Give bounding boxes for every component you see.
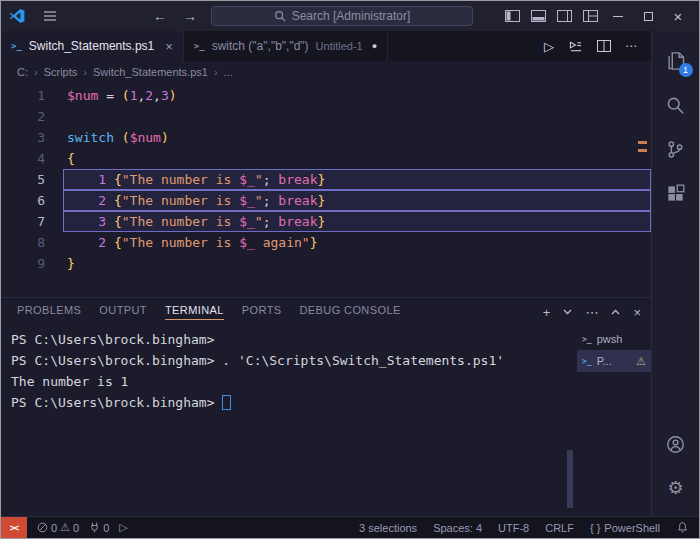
- panel-more-icon[interactable]: ⋯: [585, 305, 598, 320]
- notifications-bell-icon[interactable]: [676, 521, 689, 534]
- code-token: 3: [161, 88, 169, 103]
- code-token: 2: [145, 88, 153, 103]
- tab-switch-statements[interactable]: >_ Switch_Statements.ps1 ×: [1, 31, 184, 61]
- problems-status[interactable]: 0 ⚠ 0: [37, 521, 79, 534]
- selection-status[interactable]: 3 selections: [359, 522, 417, 534]
- unsaved-dot-icon[interactable]: ●: [372, 41, 377, 51]
- toggle-secondary-sidebar-icon[interactable]: [551, 3, 577, 29]
- terminal-list-item[interactable]: >_pwsh: [577, 328, 651, 350]
- panel-tab-output[interactable]: OUTPUT: [99, 304, 147, 320]
- code-token: ": [255, 172, 263, 187]
- terminal-output[interactable]: PS C:\Users\brock.bingham>PS C:\Users\br…: [1, 326, 577, 516]
- close-button[interactable]: ×: [663, 2, 693, 30]
- explorer-icon[interactable]: 1: [652, 39, 700, 83]
- code-token: (: [122, 130, 130, 145]
- code-token: =: [98, 88, 121, 103]
- panel-tab-terminal[interactable]: TERMINAL: [165, 304, 224, 320]
- toggle-primary-sidebar-icon[interactable]: [499, 3, 525, 29]
- code-text: 1 {"The number is $_"; break}: [63, 169, 651, 190]
- search-activity-icon[interactable]: [652, 83, 700, 127]
- titlebar-left: [9, 3, 63, 29]
- panel-tab-ports[interactable]: PORTS: [242, 304, 282, 320]
- minimize-button[interactable]: [603, 2, 633, 30]
- breadcrumb-item[interactable]: ...: [224, 66, 233, 78]
- code-line[interactable]: 3switch ($num): [1, 127, 651, 148]
- code-line[interactable]: 8 2 {"The number is $_ again"}: [1, 232, 651, 253]
- explorer-badge: 1: [679, 63, 693, 77]
- terminal-scrollbar[interactable]: [567, 450, 573, 508]
- new-terminal-icon[interactable]: +: [543, 305, 551, 320]
- code-line[interactable]: 4{: [1, 148, 651, 169]
- panel-header: PROBLEMSOUTPUTTERMINALPORTSDEBUG CONSOLE…: [1, 298, 651, 326]
- code-editor[interactable]: 1$num = (1,2,3)23switch ($num)4{5 1 {"Th…: [1, 83, 651, 297]
- terminal-list-item[interactable]: >_P...⚠: [577, 350, 651, 372]
- search-icon: [274, 10, 286, 22]
- run-task-status[interactable]: ▷: [119, 521, 127, 534]
- run-button[interactable]: ▷: [544, 39, 554, 54]
- code-token: {: [114, 172, 122, 187]
- eol-status[interactable]: CRLF: [545, 522, 574, 534]
- close-panel-icon[interactable]: ×: [633, 305, 641, 320]
- code-token: {: [114, 193, 122, 208]
- maximize-button[interactable]: [633, 2, 663, 30]
- code-token: 1: [98, 172, 106, 187]
- line-number: 6: [1, 190, 63, 211]
- code-token: 3: [98, 214, 106, 229]
- breadcrumb-item[interactable]: Switch_Statements.ps1: [93, 66, 208, 78]
- code-line[interactable]: 9}: [1, 253, 651, 274]
- code-token: {: [114, 235, 122, 250]
- breadcrumb-item[interactable]: Scripts: [44, 66, 78, 78]
- code-token: $_: [239, 235, 255, 250]
- line-number: 3: [1, 127, 63, 148]
- menu-hamburger-icon[interactable]: [37, 3, 63, 29]
- breadcrumb-item[interactable]: C:: [17, 66, 28, 78]
- source-control-icon[interactable]: [652, 127, 700, 171]
- line-number: 7: [1, 211, 63, 232]
- settings-gear-icon[interactable]: ⚙: [652, 466, 700, 510]
- more-actions-icon[interactable]: ⋯: [625, 39, 637, 53]
- code-text: [63, 106, 651, 127]
- code-token: ;: [263, 214, 279, 229]
- code-token: $_: [239, 172, 255, 187]
- customize-layout-icon[interactable]: [577, 3, 603, 29]
- code-token: break: [278, 172, 317, 187]
- code-line[interactable]: 7 3 {"The number is $_"; break}: [1, 211, 651, 232]
- forward-icon[interactable]: →: [181, 8, 199, 24]
- split-editor-icon[interactable]: [597, 40, 611, 52]
- ports-status[interactable]: 0: [89, 522, 109, 534]
- vscode-window: ← → Search [Administrator]: [1, 1, 699, 538]
- panel-tab-debug-console[interactable]: DEBUG CONSOLE: [300, 304, 401, 320]
- code-token: [67, 235, 98, 250]
- toggle-panel-icon[interactable]: [525, 3, 551, 29]
- breadcrumb[interactable]: C:›Scripts›Switch_Statements.ps1›...: [1, 61, 651, 83]
- code-text: 2 {"The number is $_ again"}: [63, 232, 651, 253]
- command-search-input[interactable]: Search [Administrator]: [211, 6, 473, 26]
- code-token: [106, 193, 114, 208]
- indentation-status[interactable]: Spaces: 4: [433, 522, 482, 534]
- tab-untitled-1[interactable]: >_ switch ("a","b","d") Untitled-1 ●: [184, 31, 388, 61]
- editor-actions: ▷ ⋯: [544, 31, 651, 61]
- language-status[interactable]: { } PowerShell: [590, 522, 660, 534]
- terminal-cursor[interactable]: [222, 395, 231, 410]
- panel-tab-problems[interactable]: PROBLEMS: [17, 304, 81, 320]
- code-line[interactable]: 6 2 {"The number is $_"; break}: [1, 190, 651, 211]
- remote-indicator[interactable]: ><: [1, 517, 27, 538]
- run-below-icon[interactable]: [568, 40, 583, 53]
- code-line[interactable]: 2: [1, 106, 651, 127]
- code-line[interactable]: 5 1 {"The number is $_"; break}: [1, 169, 651, 190]
- terminal-profile-chevron-icon[interactable]: [563, 309, 572, 315]
- language-label: PowerShell: [604, 522, 660, 534]
- extensions-icon[interactable]: [652, 171, 700, 215]
- maximize-panel-icon[interactable]: [611, 309, 620, 315]
- code-token: ): [161, 130, 169, 145]
- close-tab-icon[interactable]: ×: [165, 39, 173, 54]
- code-token: }: [317, 214, 325, 229]
- ports-count: 0: [103, 522, 109, 534]
- terminal-list: >_pwsh>_P...⚠: [577, 326, 651, 516]
- encoding-status[interactable]: UTF-8: [498, 522, 529, 534]
- code-line[interactable]: 1$num = (1,2,3): [1, 85, 651, 106]
- code-token: {: [114, 214, 122, 229]
- accounts-icon[interactable]: [652, 422, 700, 466]
- back-icon[interactable]: ←: [151, 8, 169, 24]
- task-play-icon: ▷: [119, 521, 127, 534]
